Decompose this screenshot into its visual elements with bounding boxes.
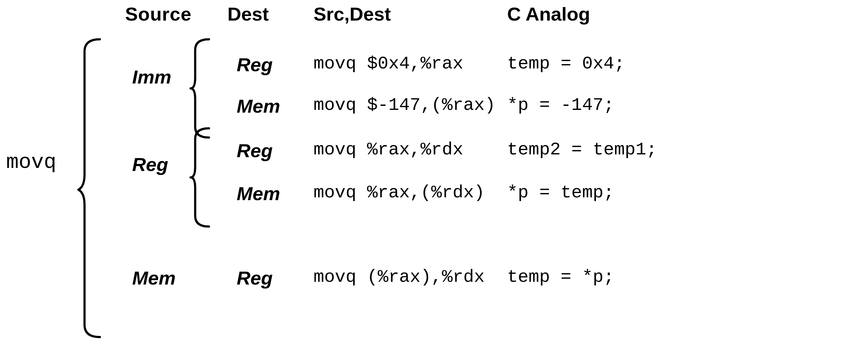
code-imm-mem: movq $-147,(%rax): [313, 95, 495, 115]
code-imm-reg: movq $0x4,%rax: [313, 54, 463, 74]
code-reg-reg: movq %rax,%rdx: [313, 140, 463, 160]
reg-source-label: Reg: [132, 153, 168, 175]
header-dest: Dest: [227, 3, 269, 25]
canalog-imm-mem: *p = -147;: [507, 95, 614, 115]
mem-reg-dest-label: Reg: [237, 267, 273, 289]
imm-source-label: Imm: [132, 66, 171, 88]
outer-brace-svg: [79, 39, 103, 337]
canalog-reg-reg: temp2 = temp1;: [507, 140, 657, 160]
reg-reg-dest-label: Reg: [237, 140, 273, 162]
code-reg-mem: movq %rax,(%rdx): [313, 183, 485, 203]
imm-brace-svg: [191, 39, 212, 138]
imm-mem-dest-label: Mem: [237, 95, 280, 117]
page-container: Source Dest Src,Dest C Analog movq Imm R…: [0, 0, 868, 353]
main-instruction: movq: [6, 150, 56, 174]
reg-mem-dest-label: Mem: [237, 183, 280, 205]
canalog-imm-reg: temp = 0x4;: [507, 54, 625, 74]
mem-source-label: Mem: [132, 267, 176, 289]
canalog-mem-reg: temp = *p;: [507, 267, 614, 287]
canalog-reg-mem: *p = temp;: [507, 183, 614, 203]
imm-reg-dest-label: Reg: [237, 54, 273, 75]
header-source: Source: [125, 3, 191, 25]
header-canalog: C Analog: [507, 3, 590, 25]
reg-brace-svg: [191, 128, 212, 226]
header-srcdest: Src,Dest: [313, 3, 391, 25]
code-mem-reg: movq (%rax),%rdx: [313, 267, 485, 287]
